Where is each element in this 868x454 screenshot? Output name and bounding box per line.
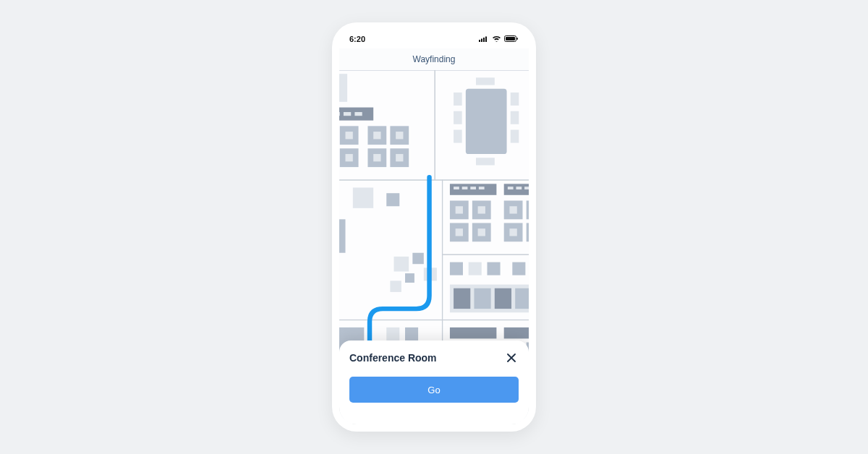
svg-rect-52 [454,187,459,189]
screen-header: Wayfinding [339,48,529,70]
svg-rect-56 [504,184,529,194]
svg-rect-16 [339,74,347,102]
svg-rect-42 [511,93,519,106]
svg-rect-53 [462,187,468,189]
svg-rect-77 [394,257,409,272]
svg-rect-29 [346,154,353,161]
svg-rect-84 [488,262,501,275]
status-indicators [479,35,519,43]
page-title: Wayfinding [413,54,456,64]
svg-rect-58 [516,187,522,189]
svg-rect-3 [485,37,487,43]
svg-rect-43 [511,111,519,124]
svg-rect-0 [479,40,480,42]
svg-rect-47 [339,219,346,252]
svg-rect-95 [386,327,399,340]
svg-rect-51 [450,184,496,194]
svg-rect-31 [373,132,380,139]
wifi-icon [492,35,501,43]
sheet-header-row: Conference Room [349,351,519,365]
svg-rect-91 [515,288,529,309]
svg-rect-89 [474,288,490,309]
svg-rect-33 [396,132,403,139]
svg-rect-81 [390,280,401,291]
svg-rect-96 [405,327,418,340]
phone-screen: 6:20 Wayfinding [339,30,529,424]
svg-rect-49 [386,193,399,206]
svg-rect-75 [527,223,529,241]
svg-rect-25 [346,132,353,139]
destination-title: Conference Room [349,352,437,364]
close-button[interactable] [504,351,519,365]
svg-rect-80 [405,273,414,283]
svg-rect-54 [470,187,476,189]
svg-rect-19 [339,112,340,116]
svg-rect-82 [450,262,463,275]
svg-rect-40 [454,111,462,124]
svg-rect-68 [478,228,485,236]
destination-sheet: Conference Room Go [339,340,529,424]
close-icon [507,354,516,362]
svg-rect-78 [412,253,423,264]
cellular-icon [479,35,489,43]
phone-frame: 6:20 Wayfinding [332,22,536,432]
svg-rect-66 [456,228,463,236]
svg-rect-48 [353,187,373,207]
svg-rect-1 [481,39,482,43]
svg-rect-41 [454,130,462,143]
svg-rect-83 [469,262,482,275]
svg-rect-71 [527,201,529,220]
svg-rect-6 [517,38,519,40]
status-bar: 6:20 [339,30,529,48]
svg-rect-38 [466,89,507,154]
svg-rect-21 [354,112,362,116]
svg-rect-98 [450,327,496,338]
svg-rect-107 [504,327,529,338]
svg-rect-88 [454,288,470,309]
svg-rect-62 [456,206,463,213]
svg-rect-57 [508,187,514,189]
svg-rect-37 [396,154,403,161]
svg-rect-59 [524,187,529,189]
svg-rect-90 [495,288,511,309]
battery-icon [504,35,519,43]
svg-rect-46 [476,158,495,165]
svg-rect-44 [511,130,519,143]
svg-rect-74 [509,228,516,236]
svg-rect-35 [373,154,380,161]
svg-rect-39 [454,93,462,106]
svg-rect-55 [479,187,485,189]
svg-rect-64 [478,206,485,213]
svg-rect-20 [344,112,351,116]
status-time: 6:20 [349,35,365,43]
svg-rect-85 [512,262,525,275]
svg-rect-2 [483,38,485,42]
go-button[interactable]: Go [349,377,519,403]
svg-rect-70 [509,206,516,213]
svg-rect-5 [506,37,515,40]
svg-rect-45 [476,77,495,85]
